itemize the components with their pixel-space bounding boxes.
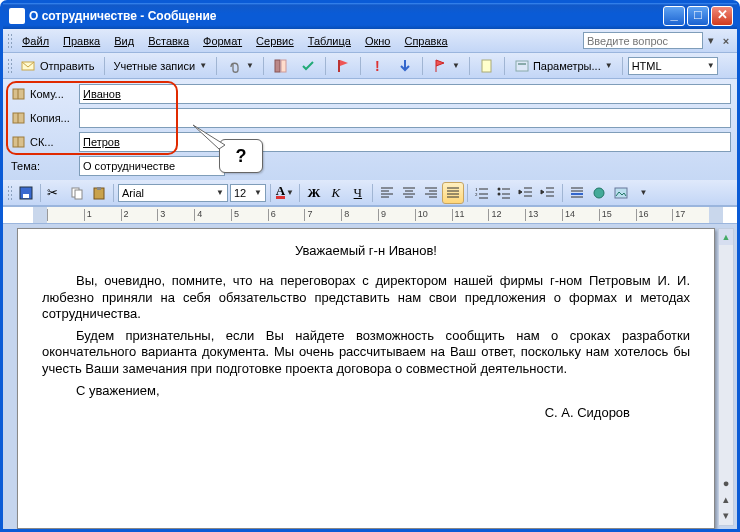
ol-icon: 12 [474,185,490,201]
toolbar-grip[interactable] [7,33,12,49]
copy-icon [69,185,85,201]
save-button[interactable] [16,183,36,203]
bcc-field[interactable]: Петров [79,132,731,152]
vertical-scrollbar[interactable]: ▲ ● ▴ ▾ [718,228,734,526]
cc-button[interactable]: Копия... [9,108,75,128]
italic-button[interactable]: К [326,183,346,203]
check-icon [300,58,316,74]
ruler[interactable]: 1234567891011121314151617 [3,206,737,224]
toolbar-grip[interactable] [7,58,12,74]
ul-icon [496,185,512,201]
followup-button[interactable]: ▼ [428,56,464,76]
clipboard-icon [91,185,107,201]
svg-rect-17 [75,190,82,199]
outdent-button[interactable] [516,183,536,203]
menu-help[interactable]: Справка [398,33,453,49]
menu-insert[interactable]: Вставка [142,33,195,49]
send-button[interactable]: Отправить [17,56,99,76]
ruler-ticks: 1234567891011121314151617 [47,209,709,221]
bullet-list-button[interactable] [494,183,514,203]
cc-field[interactable] [79,108,731,128]
address-area: Кому... Иванов Копия... СК... Петров Тем… [3,79,737,180]
chevron-down-icon[interactable]: ▼ [707,61,715,70]
menu-table[interactable]: Таблица [302,33,357,49]
message-body[interactable]: Уважаемый г-н Иванов! Вы, очевидно, помн… [17,228,715,529]
more-button[interactable]: ▼ [633,183,653,203]
insert-rule-button[interactable] [567,183,587,203]
floppy-icon [18,185,34,201]
menu-format[interactable]: Формат [197,33,248,49]
help-search-input[interactable] [583,32,703,49]
to-button[interactable]: Кому... [9,84,75,104]
format-toolbar: ✂ ▼ ▼ A▼ Ж К Ч 12 ▼ [3,180,737,206]
bcc-button[interactable]: СК... [9,132,75,152]
toolbar-grip[interactable] [7,185,12,201]
menu-edit[interactable]: Правка [57,33,106,49]
svg-point-23 [497,192,500,195]
bold-button[interactable]: Ж [304,183,324,203]
underline-button[interactable]: Ч [348,183,368,203]
indent-icon [540,185,556,201]
svg-rect-15 [23,194,29,198]
minimize-button[interactable]: _ [663,6,685,26]
cut-button[interactable]: ✂ [45,183,65,203]
book-icon [11,86,27,102]
scroll-track[interactable] [719,245,733,477]
next-page-icon[interactable]: ▾ [719,509,733,525]
options-button[interactable]: Параметры...▼ [510,56,617,76]
align-center-button[interactable] [399,183,419,203]
maximize-button[interactable]: □ [687,6,709,26]
importance-high-button[interactable]: ! [366,56,390,76]
menu-window[interactable]: Окно [359,33,397,49]
svg-point-24 [594,188,604,198]
menu-view[interactable]: Вид [108,33,140,49]
signature: С. А. Сидоров [42,405,690,421]
svg-rect-25 [615,188,627,198]
numbered-list-button[interactable]: 12 [472,183,492,203]
permission-button[interactable] [331,56,355,76]
font-color-button[interactable]: A▼ [275,183,295,203]
browse-object-icon[interactable]: ● [719,477,733,493]
align-right-button[interactable] [421,183,441,203]
align-center-icon [401,185,417,201]
align-justify-button[interactable] [443,183,463,203]
help-dropdown-icon[interactable]: ▾ [705,34,717,47]
attach-button[interactable]: ▼ [222,56,258,76]
scroll-up-icon[interactable]: ▲ [719,229,733,245]
importance-low-button[interactable] [393,56,417,76]
subject-field[interactable] [79,156,225,176]
prev-page-icon[interactable]: ▴ [719,493,733,509]
paperclip-icon [226,58,242,74]
indent-button[interactable] [538,183,558,203]
svg-rect-5 [482,60,491,72]
font-name-select[interactable] [118,184,228,202]
to-field[interactable]: Иванов [79,84,731,104]
message-format-select[interactable] [628,57,718,75]
chevron-down-icon: ▼ [286,188,294,197]
flag-red-icon [432,58,448,74]
zoom-button[interactable] [475,56,499,76]
align-left-button[interactable] [377,183,397,203]
menu-tools[interactable]: Сервис [250,33,300,49]
page-icon [479,58,495,74]
close-button[interactable]: ✕ [711,6,733,26]
arrow-down-icon [397,58,413,74]
paste-button[interactable] [89,183,109,203]
insert-picture-button[interactable] [611,183,631,203]
svg-rect-7 [518,63,526,65]
addressbook-button[interactable] [269,56,293,76]
options-icon [514,58,530,74]
menu-bar: Файл Правка Вид Вставка Формат Сервис Та… [3,29,737,53]
chevron-down-icon[interactable]: ▼ [254,188,262,197]
accounts-button[interactable]: Учетные записи▼ [110,56,212,76]
flag-icon [335,58,351,74]
copy-button[interactable] [67,183,87,203]
link-icon [591,185,607,201]
menu-close-icon[interactable]: × [719,35,733,47]
insert-link-button[interactable] [589,183,609,203]
book-icon [11,110,27,126]
svg-text:2: 2 [475,192,478,197]
chevron-down-icon[interactable]: ▼ [216,188,224,197]
checknames-button[interactable] [296,56,320,76]
menu-file[interactable]: Файл [16,33,55,49]
